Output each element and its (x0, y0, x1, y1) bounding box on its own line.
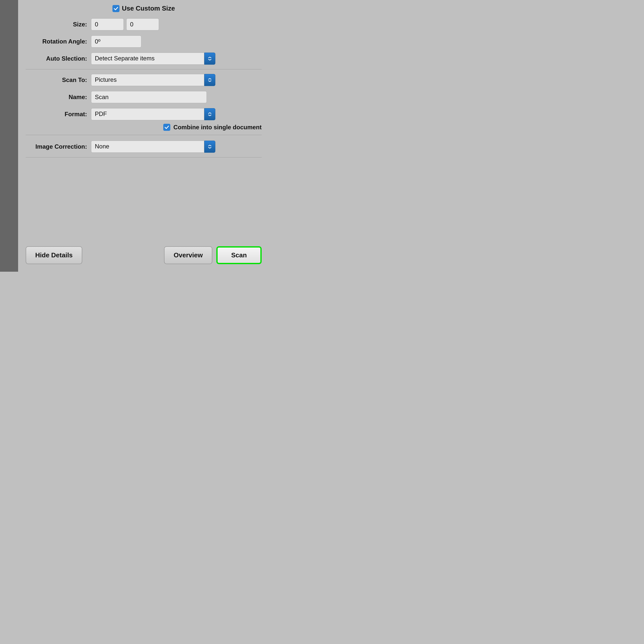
name-input[interactable] (91, 91, 207, 103)
auto-selection-row: Auto Slection: Detect Separate items (26, 50, 262, 67)
auto-selection-label: Auto Slection: (26, 55, 91, 62)
size-inputs (91, 18, 159, 30)
bottom-buttons: Hide Details Overview Scan (26, 239, 262, 264)
format-label: Format: (26, 111, 91, 118)
scan-to-label: Scan To: (26, 76, 91, 84)
format-dropdown[interactable]: PDF (91, 108, 215, 120)
use-custom-size-checkbox[interactable] (112, 5, 119, 12)
scan-to-row: Scan To: Pictures (26, 71, 262, 89)
scan-to-dropdown[interactable]: Pictures (91, 74, 215, 86)
image-correction-row: Image Correction: None (26, 138, 262, 155)
image-correction-dropdown[interactable]: None (91, 141, 215, 153)
format-value: PDF (91, 108, 204, 120)
auto-selection-btn[interactable] (204, 53, 215, 65)
hide-details-button[interactable]: Hide Details (26, 246, 82, 264)
size-input-1[interactable] (91, 18, 124, 30)
size-input-2[interactable] (126, 18, 159, 30)
image-correction-label: Image Correction: (26, 143, 91, 150)
size-label: Size: (26, 21, 91, 28)
image-correction-value: None (91, 141, 204, 153)
auto-selection-value: Detect Separate items (91, 53, 204, 65)
overview-button[interactable]: Overview (164, 246, 212, 264)
name-row: Name: (26, 89, 262, 106)
use-custom-size-row: Use Custom Size (26, 0, 262, 16)
sidebar (0, 0, 18, 272)
combine-checkbox[interactable] (163, 124, 170, 131)
scan-to-btn[interactable] (204, 74, 215, 86)
format-row: Format: PDF (26, 106, 262, 123)
auto-selection-dropdown[interactable]: Detect Separate items (91, 53, 215, 65)
scan-to-value: Pictures (91, 74, 204, 86)
rotation-angle-label: Rotation Angle: (26, 38, 91, 45)
scan-button[interactable]: Scan (216, 246, 262, 264)
image-correction-btn[interactable] (204, 141, 215, 153)
combine-row: Combine into single document (26, 123, 262, 133)
size-row: Size: (26, 16, 262, 33)
format-btn[interactable] (204, 108, 215, 120)
use-custom-size-label: Use Custom Size (122, 5, 175, 12)
rotation-angle-input[interactable] (91, 35, 141, 48)
main-content: Use Custom Size Size: Rotation Angle: Au… (18, 0, 272, 272)
combine-label: Combine into single document (173, 124, 262, 131)
rotation-angle-row: Rotation Angle: (26, 33, 262, 50)
name-label: Name: (26, 94, 91, 101)
